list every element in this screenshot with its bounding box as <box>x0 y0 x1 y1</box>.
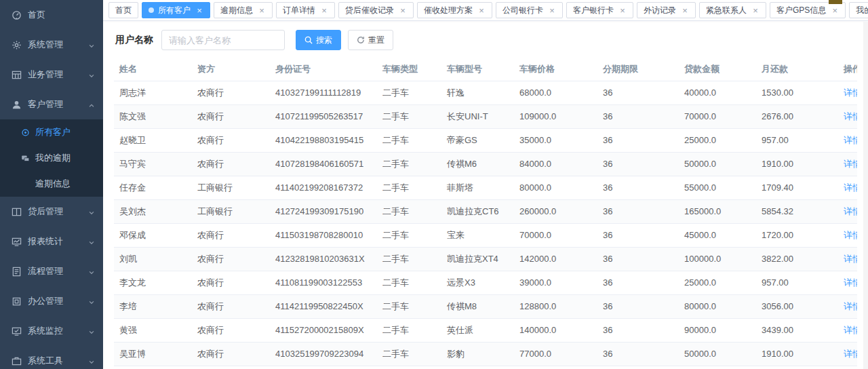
sidebar-item-label: 系统监控 <box>28 325 88 337</box>
cell-贷款金额: 40000.0 <box>679 81 756 104</box>
cell-车辆价格: 70000.0 <box>514 223 597 247</box>
cell-资方: 农商行 <box>192 128 270 152</box>
sidebar-item-0[interactable]: 首页 <box>0 0 103 30</box>
detail-link[interactable]: 详情 <box>844 206 857 216</box>
tab-6[interactable]: 公司银行卡× <box>496 2 563 18</box>
cell-资方: 工商银行 <box>192 176 270 199</box>
search-button-label: 搜索 <box>316 35 332 46</box>
tab-close-icon[interactable]: × <box>548 6 556 15</box>
detail-link[interactable]: 详情 <box>844 111 857 121</box>
cell-月还款: 1530.00 <box>756 81 838 104</box>
tab-close-icon[interactable]: × <box>320 6 328 15</box>
tab-label: 订单详情 <box>283 5 315 16</box>
cell-分期期限: 36 <box>597 104 679 128</box>
detail-link[interactable]: 详情 <box>844 325 857 335</box>
cell-车辆价格: 35000.0 <box>514 128 597 152</box>
sidebar-item-4[interactable]: 贷后管理 <box>0 197 103 227</box>
table-header-row: 姓名资方身份证号车辆类型车辆型号车辆价格分期期限贷款金额月还款操作 <box>114 58 857 81</box>
cell-姓名: 陈文强 <box>114 104 192 128</box>
detail-link[interactable]: 详情 <box>844 230 857 240</box>
cell-分期期限 <box>597 366 679 369</box>
cell-action: 详情 <box>838 247 857 271</box>
sidebar-item-1[interactable]: 系统管理 <box>0 30 103 60</box>
cell-贷款金额: 25000.0 <box>679 271 756 294</box>
column-header-1: 资方 <box>192 58 270 81</box>
chevron-down-icon <box>88 208 95 215</box>
tab-close-icon[interactable]: × <box>618 6 627 15</box>
customer-name-input[interactable] <box>161 30 285 50</box>
detail-link[interactable]: 详情 <box>844 254 857 264</box>
tab-2[interactable]: 逾期信息× <box>214 2 273 18</box>
cell-月还款: 2676.00 <box>756 104 838 128</box>
tab-8[interactable]: 外访记录× <box>637 2 696 18</box>
tab-1[interactable]: 所有客户× <box>142 2 210 18</box>
cell-身份证号: 412724199309175190 <box>270 199 377 223</box>
chevron-down-icon <box>88 298 95 305</box>
column-header-4: 车辆型号 <box>441 58 514 81</box>
cell-资方: 农商行 <box>192 294 270 318</box>
cell-车辆型号: 传祺M6 <box>441 152 514 176</box>
detail-link[interactable]: 详情 <box>844 301 857 311</box>
table-row: 任存金工商银行411402199208167372二手车菲斯塔80000.036… <box>114 176 857 199</box>
cell-贷款金额: 55000.0 <box>679 176 756 199</box>
cell-身份证号: 41152720000215809X <box>270 318 377 342</box>
tab-10[interactable]: 客户GPS信息× <box>770 2 846 18</box>
sidebar-subitem-1[interactable]: 我的逾期 <box>0 145 103 171</box>
tab-close-icon[interactable]: × <box>751 6 760 15</box>
cell-姓名: 王某某 <box>114 366 192 369</box>
tab-11[interactable]: 我的待办× <box>849 2 868 18</box>
sidebar-subitem-0[interactable]: 所有客户 <box>0 119 103 145</box>
tab-0[interactable]: 首页 <box>108 2 138 18</box>
sidebar-item-5[interactable]: 报表统计 <box>0 227 103 256</box>
cell-姓名: 黄强 <box>114 318 192 342</box>
cell-分期期限: 36 <box>597 152 679 176</box>
cell-姓名: 马守宾 <box>114 152 192 176</box>
monitor-icon <box>12 326 22 336</box>
sidebar-item-7[interactable]: 办公管理 <box>0 286 103 316</box>
detail-link[interactable]: 详情 <box>844 349 857 359</box>
tab-label: 所有客户 <box>158 5 191 16</box>
tab-close-icon[interactable]: × <box>831 6 839 15</box>
detail-link[interactable]: 详情 <box>844 159 857 169</box>
tab-close-icon[interactable]: × <box>399 6 407 15</box>
sidebar-item-2[interactable]: 业务管理 <box>0 60 103 90</box>
cell-action: 详情 <box>838 152 857 176</box>
tab-close-icon[interactable]: × <box>258 6 266 15</box>
sidebar-item-label: 业务管理 <box>28 69 88 81</box>
cell-action: 详情 <box>838 104 857 128</box>
sidebar-item-9[interactable]: 系统工具 <box>0 346 103 369</box>
columns-icon <box>12 207 22 217</box>
sidebar-item-8[interactable]: 系统监控 <box>0 316 103 346</box>
cell-车辆价格: 68000.0 <box>514 81 597 104</box>
cell-姓名: 刘凯 <box>114 247 192 271</box>
cell-车辆价格: 128800.0 <box>514 294 597 318</box>
sidebar-item-3[interactable]: 客户管理 <box>0 90 103 119</box>
tab-label: 催收处理方案 <box>424 5 473 16</box>
cell-车辆型号: 英仕派 <box>441 318 514 342</box>
vertical-scrollbar[interactable] <box>863 22 868 369</box>
sidebar-subitem-2[interactable]: 逾期信息 <box>0 171 103 197</box>
tab-close-icon[interactable]: × <box>681 6 689 15</box>
detail-link[interactable]: 详情 <box>844 182 857 193</box>
tab-close-icon[interactable]: × <box>477 6 486 15</box>
tab-close-icon[interactable]: × <box>195 6 203 15</box>
table-row: 吴刘杰工商银行412724199309175190二手车凯迪拉克CT626000… <box>114 199 857 223</box>
cell-身份证号: 410327199111112819 <box>270 81 377 104</box>
cell-贷款金额 <box>679 366 756 369</box>
tab-5[interactable]: 催收处理方案× <box>417 2 492 18</box>
detail-link[interactable]: 详情 <box>844 135 857 145</box>
reset-button[interactable]: 重置 <box>348 30 393 50</box>
sidebar-item-6[interactable]: 流程管理 <box>0 256 103 286</box>
tab-7[interactable]: 客户银行卡× <box>566 2 633 18</box>
search-button[interactable]: 搜索 <box>296 30 341 50</box>
detail-link[interactable]: 详情 <box>844 277 857 288</box>
cell-分期期限: 36 <box>597 128 679 152</box>
tab-4[interactable]: 贷后催收记录× <box>338 2 414 18</box>
user-icon <box>12 100 22 110</box>
detail-link[interactable]: 详情 <box>844 88 857 98</box>
tab-3[interactable]: 订单详情× <box>276 2 335 18</box>
cell-车辆类型: 二手车 <box>377 342 441 366</box>
tab-9[interactable]: 紧急联系人× <box>699 2 766 18</box>
cell-action: 详情 <box>838 294 857 318</box>
cell-姓名: 李文龙 <box>114 271 192 294</box>
